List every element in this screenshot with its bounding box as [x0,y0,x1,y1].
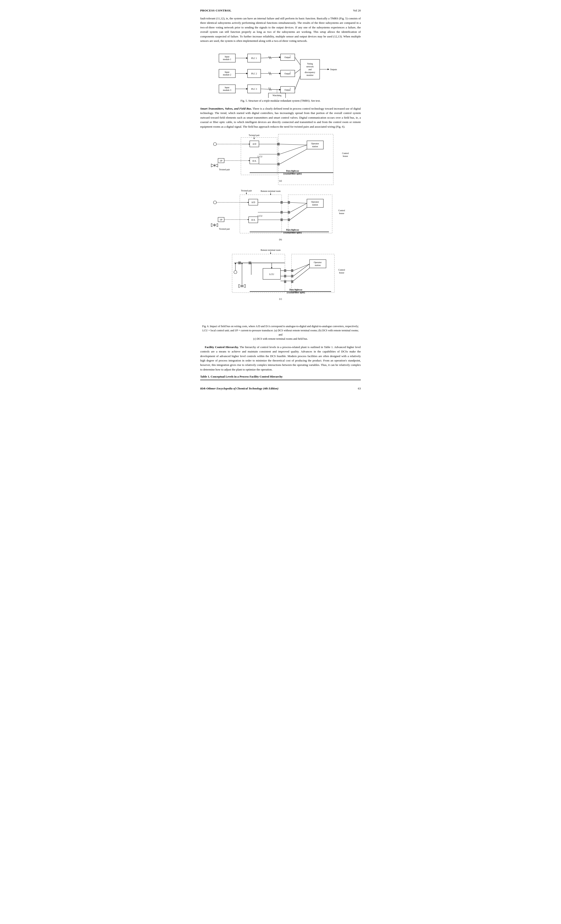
svg-text:3: 3 [290,87,291,89]
svg-marker-141 [242,285,245,288]
svg-text:1: 1 [290,55,291,57]
svg-text:D/A: D/A [251,219,255,221]
svg-rect-90 [240,195,282,233]
svg-text:station: station [312,145,318,148]
svg-point-56 [213,142,216,146]
svg-marker-103 [211,224,214,226]
svg-line-44 [295,76,300,90]
svg-text:Twisted pair: Twisted pair [219,168,230,171]
fig6-line1: Fig. 6. Impact of field bus on wiring co… [202,325,359,328]
table-heading: Table 1. Conceptual Levels in a Process … [200,375,361,378]
svg-text:Operator: Operator [311,142,319,145]
svg-text:Input: Input [225,71,229,73]
svg-text:station: station [315,264,321,266]
smart-heading: Smart Transmitters, Valves, and Field Bu… [200,107,252,110]
header-left: PROCESS CONTROL [200,9,231,12]
svg-line-42 [295,57,300,65]
svg-text:Outputs: Outputs [330,68,337,70]
svg-rect-72 [278,153,280,156]
svg-text:Data highway: Data highway [286,170,299,172]
svg-text:Control: Control [338,209,345,212]
svg-text:Input: Input [225,56,229,58]
svg-text:(b): (b) [279,238,282,241]
svg-line-125 [290,203,307,212]
svg-text:Voting: Voting [307,63,313,65]
svg-rect-119 [288,211,290,214]
svg-rect-118 [288,201,290,204]
svg-text:2: 2 [290,71,291,73]
svg-rect-161 [291,280,293,283]
svg-text:PLC 1: PLC 1 [251,57,257,59]
table-rule [200,380,361,380]
svg-rect-91 [288,195,332,233]
svg-rect-51 [278,134,333,185]
fig6-diagram: Twisted pair A/D LCU I/P Twisted pair D/… [200,132,361,323]
svg-line-165 [293,264,309,271]
svg-text:Remote terminal room: Remote terminal room [261,249,281,251]
facility-heading: Facility Control Hierarchy. [205,345,239,349]
svg-text:house: house [339,212,344,214]
svg-rect-120 [288,219,290,221]
svg-rect-112 [280,201,283,204]
svg-text:D/A: D/A [252,160,256,162]
svg-text:Control: Control [342,152,349,154]
svg-text:A/D: A/D [251,201,255,204]
svg-marker-142 [239,285,242,288]
svg-line-79 [280,144,307,145]
svg-rect-71 [278,143,280,146]
footer-right: 63 [358,387,361,390]
svg-text:Twisted pair: Twisted pair [249,134,260,136]
fig6-line3: (c) DCS with remote terminal rooms and f… [253,337,308,340]
svg-text:monitor: monitor [306,74,314,76]
svg-point-94 [213,201,216,204]
svg-line-43 [295,69,300,74]
svg-marker-63 [214,164,218,167]
svg-rect-73 [278,163,280,165]
svg-rect-160 [291,275,293,278]
svg-text:PLC 2: PLC 2 [251,72,257,75]
svg-text:(a): (a) [279,179,282,182]
svg-rect-159 [291,269,293,272]
section-smart: Smart Transmitters, Valves, and Field Bu… [200,106,361,129]
page-header: PROCESS CONTROL Vol 20 [200,9,361,12]
svg-text:house: house [339,272,344,274]
svg-rect-151 [284,275,286,278]
section-facility: Facility Control Hierarchy. The hierarch… [200,345,361,372]
svg-line-34 [268,87,270,91]
svg-line-35 [270,87,271,91]
svg-text:Input: Input [225,86,229,88]
svg-text:module 1: module 1 [223,58,231,60]
svg-text:Remote terminal room: Remote terminal room [261,190,281,192]
svg-text:Twisted pair: Twisted pair [241,189,252,192]
fig5-diagram: Input module 1 Input module 2 Input modu… [200,47,361,98]
page-footer: Kirk-Othmer Encyclopedia of Chemical Tec… [200,387,361,390]
svg-rect-113 [280,211,283,214]
svg-text:and: and [309,68,312,70]
svg-text:I/P: I/P [220,219,222,221]
svg-text:discrepancy: discrepancy [305,71,315,74]
svg-text:LCU: LCU [258,155,262,158]
svg-rect-121 [307,199,323,207]
svg-text:(c): (c) [279,297,282,300]
svg-text:Operator: Operator [311,201,319,203]
svg-rect-139 [249,262,251,264]
svg-text:A/D: A/D [252,143,256,145]
svg-text:Data highway: Data highway [286,229,299,231]
svg-line-81 [280,149,307,164]
svg-text:Operator: Operator [314,261,322,264]
svg-text:Watchdog: Watchdog [273,94,281,97]
svg-text:module 2: module 2 [223,74,231,76]
footer-left: Kirk-Othmer Encyclopedia of Chemical Tec… [200,387,279,390]
svg-rect-162 [309,260,326,268]
svg-marker-102 [214,224,218,226]
svg-text:Control: Control [338,268,345,271]
svg-rect-136 [291,254,334,292]
svg-text:monitor: monitor [273,97,280,98]
svg-text:PLC 3: PLC 3 [251,88,257,90]
fig6-line2: LCU = local control unit; and I/P = curr… [202,329,359,336]
svg-rect-152 [284,280,286,283]
svg-text:Twisted pair: Twisted pair [219,228,230,230]
svg-text:LCU: LCU [258,214,262,217]
header-right: Vol 20 [353,9,361,12]
svg-marker-64 [211,164,214,167]
